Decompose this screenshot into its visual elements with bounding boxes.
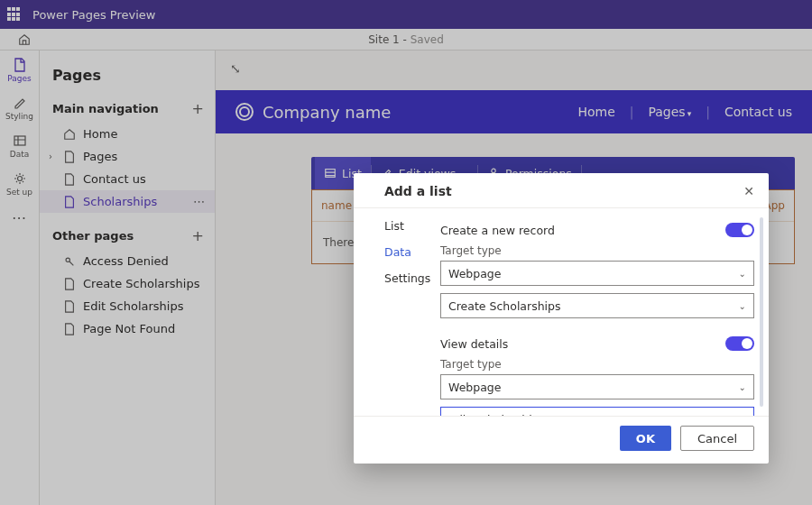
- tab-data[interactable]: Data: [384, 245, 431, 259]
- ok-button[interactable]: OK: [620, 426, 671, 451]
- add-list-modal: Add a list ✕ List Data Settings Create a…: [354, 173, 769, 464]
- target-page-select-1[interactable]: Create Scholarships ⌄: [440, 293, 754, 318]
- modal-title: Add a list: [384, 184, 452, 198]
- target-type-select-1[interactable]: Webpage ⌄: [440, 261, 754, 286]
- view-details-label: View details: [440, 337, 508, 351]
- target-type-label: Target type: [440, 239, 754, 261]
- target-type-label-2: Target type: [440, 353, 754, 374]
- select-value: Webpage: [448, 267, 501, 280]
- chevron-down-icon: ⌄: [739, 382, 746, 392]
- create-record-toggle[interactable]: [725, 223, 754, 237]
- tab-settings[interactable]: Settings: [384, 271, 431, 285]
- tab-list[interactable]: List: [384, 219, 431, 233]
- target-type-select-2[interactable]: Webpage ⌄: [440, 374, 754, 399]
- select-value: Webpage: [448, 381, 501, 394]
- modal-form: Create a new record Target type Webpage …: [431, 208, 769, 416]
- chevron-down-icon: ⌄: [739, 415, 746, 417]
- modal-tabs: List Data Settings: [354, 208, 431, 416]
- select-value: Edit Scholarships: [448, 413, 545, 417]
- view-details-toggle[interactable]: [725, 336, 754, 351]
- target-page-select-2[interactable]: Edit Scholarships ⌄: [440, 407, 754, 416]
- create-record-label: Create a new record: [440, 224, 555, 237]
- chevron-down-icon: ⌄: [739, 269, 746, 279]
- select-value: Create Scholarships: [448, 299, 561, 313]
- cancel-button[interactable]: Cancel: [680, 426, 754, 451]
- close-icon[interactable]: ✕: [743, 184, 754, 198]
- scrollbar[interactable]: [760, 217, 763, 407]
- chevron-down-icon: ⌄: [739, 301, 746, 311]
